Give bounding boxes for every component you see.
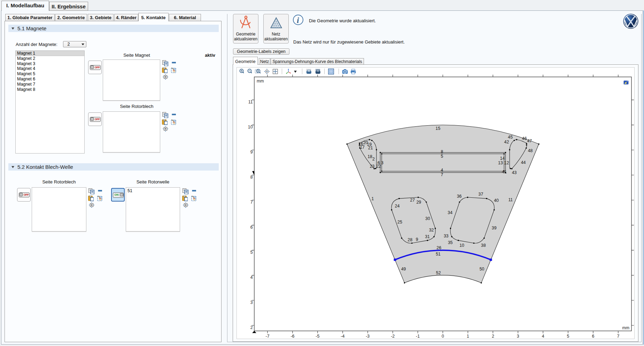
svg-text:3: 3 — [250, 300, 253, 305]
svg-text:6: 6 — [592, 334, 595, 339]
svg-text:38: 38 — [481, 243, 486, 248]
svg-text:8: 8 — [441, 149, 443, 154]
svg-text:-1: -1 — [416, 334, 420, 339]
svg-text:mm: mm — [257, 79, 264, 84]
svg-text:48: 48 — [528, 148, 533, 153]
svg-text:34: 34 — [448, 210, 452, 215]
svg-text:18: 18 — [367, 154, 372, 159]
svg-text:21: 21 — [368, 146, 373, 150]
svg-text:4: 4 — [250, 275, 253, 280]
svg-text:9: 9 — [416, 237, 418, 242]
svg-text:43: 43 — [512, 170, 517, 175]
svg-text:45: 45 — [508, 135, 513, 140]
svg-text:44: 44 — [521, 160, 526, 165]
svg-text:0: 0 — [442, 334, 444, 339]
svg-text:-6: -6 — [290, 334, 294, 339]
svg-text:2: 2 — [250, 325, 253, 330]
svg-text:2: 2 — [372, 157, 375, 162]
svg-text:7: 7 — [441, 172, 443, 177]
svg-text:mm: mm — [622, 325, 630, 330]
svg-text:11: 11 — [248, 100, 253, 104]
svg-text:3: 3 — [381, 160, 383, 165]
svg-text:27: 27 — [410, 198, 415, 203]
svg-text:52: 52 — [436, 270, 441, 275]
svg-text:-4: -4 — [341, 334, 344, 339]
svg-text:33: 33 — [444, 234, 449, 238]
svg-text:28: 28 — [408, 237, 412, 242]
svg-text:40: 40 — [494, 198, 499, 203]
svg-text:49: 49 — [401, 267, 406, 272]
svg-text:-7: -7 — [266, 334, 270, 339]
svg-text:23: 23 — [370, 164, 375, 169]
svg-text:4: 4 — [542, 334, 544, 339]
svg-text:26: 26 — [436, 245, 441, 250]
svg-text:-2: -2 — [391, 334, 395, 339]
svg-text:42: 42 — [504, 140, 509, 144]
svg-text:41: 41 — [502, 170, 507, 174]
svg-text:47: 47 — [527, 139, 532, 143]
svg-text:37: 37 — [479, 192, 483, 197]
svg-text:32: 32 — [429, 228, 434, 233]
svg-text:24: 24 — [395, 204, 400, 209]
svg-text:36: 36 — [457, 194, 462, 199]
svg-text:39: 39 — [492, 226, 497, 230]
svg-text:11: 11 — [508, 197, 513, 202]
svg-text:30: 30 — [425, 216, 430, 221]
svg-text:31: 31 — [425, 234, 430, 239]
svg-text:51: 51 — [436, 252, 441, 257]
svg-text:15: 15 — [436, 126, 441, 131]
svg-text:4: 4 — [441, 168, 443, 173]
svg-text:35: 35 — [448, 240, 453, 245]
svg-text:5: 5 — [441, 154, 443, 159]
svg-text:5: 5 — [567, 334, 569, 339]
svg-text:-5: -5 — [316, 334, 319, 339]
svg-text:9: 9 — [250, 150, 253, 155]
svg-text:12: 12 — [504, 160, 509, 165]
svg-text:6: 6 — [250, 225, 253, 230]
svg-text:-3: -3 — [366, 334, 370, 339]
svg-text:14: 14 — [500, 156, 505, 161]
svg-text:10: 10 — [459, 243, 464, 248]
svg-text:29: 29 — [416, 200, 421, 205]
svg-text:5: 5 — [250, 250, 253, 255]
svg-text:1: 1 — [467, 334, 469, 339]
svg-text:13: 13 — [498, 160, 503, 165]
svg-text:7: 7 — [617, 334, 619, 339]
svg-text:3: 3 — [517, 334, 519, 339]
svg-text:7: 7 — [250, 200, 253, 205]
svg-text:50: 50 — [480, 267, 484, 272]
svg-text:2: 2 — [492, 334, 494, 339]
svg-text:10: 10 — [248, 125, 253, 129]
svg-text:46: 46 — [522, 136, 527, 141]
svg-text:8: 8 — [250, 175, 253, 180]
svg-text:1: 1 — [372, 196, 374, 201]
svg-text:22: 22 — [376, 164, 381, 169]
svg-text:17: 17 — [360, 145, 365, 150]
svg-text:25: 25 — [397, 220, 402, 225]
